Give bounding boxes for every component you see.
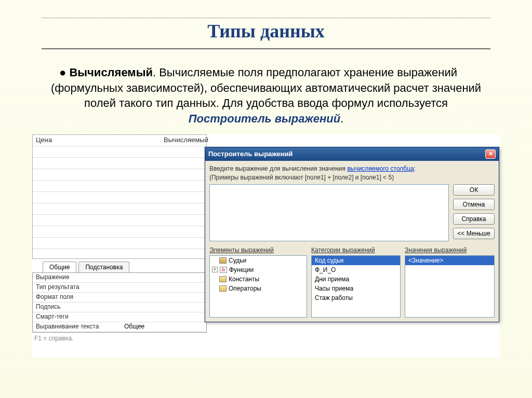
- help-button[interactable]: Справка: [453, 213, 495, 225]
- data-type-cell[interactable]: Вычисляемый: [161, 135, 211, 145]
- elements-label: Элементы выражений: [209, 246, 307, 254]
- folder-icon: [219, 276, 227, 282]
- prompt-example: (Примеры выражений включают [поле1] + [п…: [209, 174, 495, 181]
- prop-value[interactable]: [121, 273, 206, 282]
- tree-item-functions[interactable]: + fx Функции: [210, 265, 307, 275]
- tab-general[interactable]: Общие: [43, 262, 76, 272]
- prop-value[interactable]: Общее: [121, 322, 206, 332]
- prop-label: Формат поля: [33, 293, 121, 302]
- expand-icon[interactable]: +: [212, 267, 218, 272]
- table-icon: [219, 257, 227, 264]
- list-item[interactable]: Часы приема: [312, 284, 400, 293]
- list-item[interactable]: Ф_И_О: [312, 265, 400, 275]
- expression-builder-dialog: Построитель выражений ✕ Введите выражени…: [205, 147, 499, 322]
- prop-label: Смарт-теги: [33, 312, 121, 322]
- desc-emph: Построитель выражений: [189, 112, 340, 125]
- values-label: Значения выражений: [405, 246, 495, 254]
- slide-title-section: Типы данных: [26, 18, 506, 49]
- folder-icon: [219, 285, 227, 292]
- list-item[interactable]: Код судьи: [312, 256, 400, 265]
- f1-help: F1 = справка.: [32, 333, 207, 344]
- prop-value[interactable]: [121, 293, 206, 302]
- prop-value[interactable]: [121, 303, 206, 312]
- prompt-text: Введите выражение для вычисления значени…: [209, 165, 495, 172]
- desc-strong: Вычисляемый: [69, 66, 153, 79]
- expression-input[interactable]: [209, 184, 449, 241]
- prompt-link[interactable]: вычисляемого столбца: [347, 165, 414, 172]
- ok-button[interactable]: ОК: [453, 184, 495, 196]
- list-item[interactable]: Дни приема: [312, 275, 400, 284]
- field-name-cell[interactable]: Цена: [33, 135, 147, 146]
- tab-lookup[interactable]: Подстановка: [78, 262, 129, 272]
- tree-item-operators[interactable]: Операторы: [210, 284, 307, 293]
- close-icon: ✕: [488, 150, 493, 157]
- elements-tree[interactable]: Судьи + fx Функции Константы: [209, 255, 307, 318]
- design-grid: Цена Вычисляемый: [32, 134, 207, 259]
- prop-label: Выравнивание текста: [33, 322, 121, 332]
- list-item[interactable]: <Значение>: [405, 256, 494, 265]
- close-button[interactable]: ✕: [485, 149, 496, 159]
- prop-label: Подпись: [33, 303, 121, 312]
- prop-value[interactable]: [121, 283, 206, 292]
- screenshot-area: Цена Вычисляемый Общие Подстановка Выраж…: [32, 134, 500, 358]
- tree-item-table[interactable]: Судьи: [210, 256, 307, 265]
- property-sheet: Общие Подстановка Выражение Тип результа…: [32, 262, 207, 344]
- categories-label: Категории выражений: [311, 246, 401, 254]
- categories-list[interactable]: Код судьи Ф_И_О Дни приема Часы приема С…: [311, 255, 401, 318]
- values-list[interactable]: <Значение>: [405, 255, 495, 318]
- function-icon: fx: [220, 267, 227, 273]
- list-item[interactable]: Стаж работы: [312, 293, 400, 303]
- slide-title: Типы данных: [26, 20, 506, 46]
- less-button[interactable]: << Меньше: [453, 228, 495, 239]
- prop-label: Выражение: [33, 273, 121, 282]
- tree-item-constants[interactable]: Константы: [210, 275, 307, 284]
- dialog-titlebar: Построитель выражений ✕: [205, 147, 499, 161]
- prop-label: Тип результата: [33, 283, 121, 292]
- dialog-title-text: Построитель выражений: [208, 150, 292, 158]
- cancel-button[interactable]: Отмена: [453, 199, 495, 210]
- prop-value[interactable]: [121, 312, 206, 322]
- description: ● Вычисляемый. Вычисляемые поля предпола…: [26, 65, 506, 127]
